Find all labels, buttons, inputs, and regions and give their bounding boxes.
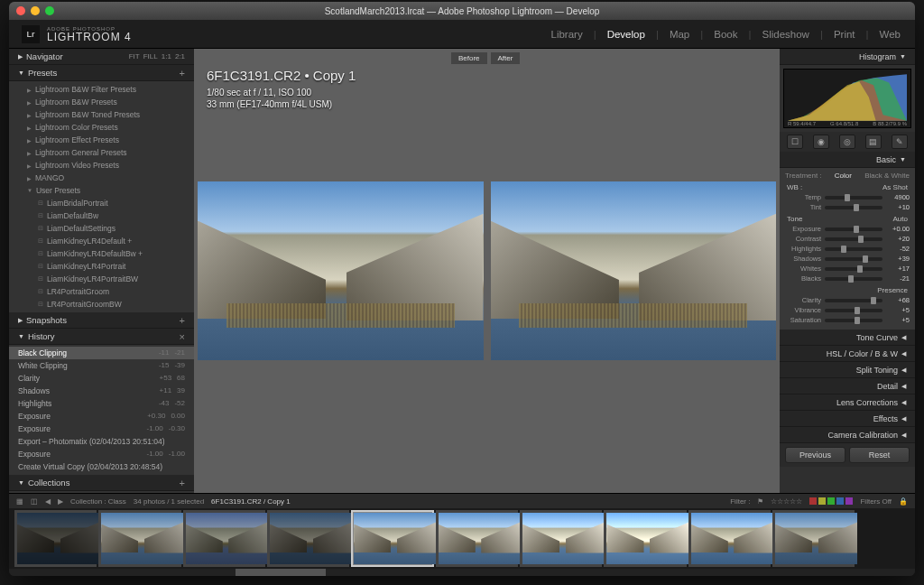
treatment-bw[interactable]: Black & White [864, 172, 910, 180]
module-develop[interactable]: Develop [605, 29, 647, 40]
gradient-tool-icon[interactable]: ▤ [865, 135, 882, 149]
slider-value[interactable]: +20 [886, 235, 910, 243]
nav-2-1[interactable]: 2:1 [175, 52, 185, 60]
spot-tool-icon[interactable]: ◉ [813, 135, 829, 149]
slider-value[interactable]: 4900 [886, 193, 910, 201]
filmstrip-thumbnail[interactable] [351, 510, 433, 567]
preset-folder[interactable]: ▶Lightroom Video Presets [9, 159, 194, 172]
filmstrip-scrollbar[interactable] [9, 569, 915, 576]
compare-view-icon[interactable]: ◫ [31, 497, 38, 506]
slider-value[interactable]: +17 [886, 265, 910, 273]
navigator-header[interactable]: ▶Navigator FIT FILL 1:1 2:1 [9, 49, 194, 65]
slider-whites[interactable] [825, 267, 882, 271]
color-label-filters[interactable] [809, 497, 853, 505]
slider-clarity[interactable] [825, 299, 882, 302]
redeye-tool-icon[interactable]: ◎ [839, 135, 855, 149]
module-slideshow[interactable]: Slideshow [760, 29, 810, 40]
preset-folder-user[interactable]: ▼User Presets [9, 184, 194, 197]
preset-item[interactable]: LiamKidneyLR4Portrait [9, 260, 194, 273]
slider-saturation[interactable] [825, 319, 882, 322]
wb-value[interactable]: As Shot [882, 183, 908, 191]
filters-off[interactable]: Filters Off [860, 497, 892, 506]
previous-button[interactable]: Previous [785, 447, 845, 463]
module-library[interactable]: Library [550, 29, 585, 40]
slider-exposure[interactable] [825, 228, 882, 231]
preset-folder[interactable]: ▶Lightroom General Presets [9, 146, 194, 159]
panel-camera-calibration[interactable]: Camera Calibration◀ [780, 427, 915, 443]
history-header[interactable]: ▼History × [9, 329, 194, 345]
next-photo-icon[interactable]: ▶ [58, 497, 63, 506]
filter-stars[interactable]: ☆☆☆☆☆ [771, 497, 802, 506]
filmstrip-thumbnail[interactable] [267, 510, 349, 567]
filmstrip-thumbnail[interactable] [436, 510, 518, 567]
grid-view-icon[interactable]: ▦ [16, 497, 23, 506]
filmstrip-thumbnail[interactable] [183, 510, 265, 567]
add-preset-icon[interactable]: + [180, 68, 185, 79]
preset-folder[interactable]: ▶Lightroom Effect Presets [9, 134, 194, 146]
treatment-color[interactable]: Color [835, 172, 852, 180]
preset-item[interactable]: LiamDefaultBw [9, 209, 194, 222]
history-item[interactable]: Exposure-1.00-1.00 [9, 448, 194, 460]
preset-folder[interactable]: ▶MANGO [9, 172, 194, 184]
panel-lens-corrections[interactable]: Lens Corrections◀ [780, 395, 915, 411]
preset-item[interactable]: LiamBridalPortrait [9, 197, 194, 209]
module-map[interactable]: Map [668, 29, 691, 40]
minimize-icon[interactable] [31, 6, 40, 15]
history-item[interactable]: Create Virtual Copy (02/04/2013 20:48:54… [9, 460, 194, 473]
histogram[interactable]: R 59.4/44.7 G 64.8/51.8 B 88.2/79.9 % [783, 69, 911, 128]
preset-item[interactable]: LiamKidneyLR4PortraitBW [9, 273, 194, 285]
slider-value[interactable]: +0.00 [886, 225, 910, 233]
panel-tone-curve[interactable]: Tone Curve◀ [780, 330, 915, 346]
slider-contrast[interactable] [825, 237, 882, 241]
preset-item[interactable]: LR4PortraitGroom [9, 285, 194, 298]
history-item[interactable]: Export – Photomatix (02/04/2013 20:51:04… [9, 435, 194, 448]
module-print[interactable]: Print [832, 29, 857, 40]
history-item[interactable]: Shadows+1139 [9, 385, 194, 397]
panel-split-toning[interactable]: Split Toning◀ [780, 362, 915, 378]
slider-value[interactable]: +10 [886, 203, 910, 211]
preset-item[interactable]: LiamKidneyLR4Default + [9, 235, 194, 247]
snapshots-header[interactable]: ▶Snapshots + [9, 312, 194, 329]
nav-fit[interactable]: FIT [129, 52, 140, 60]
preset-folder[interactable]: ▶Lightroom Color Presets [9, 121, 194, 134]
filmstrip-thumbnail[interactable] [98, 510, 180, 567]
slider-blacks[interactable] [825, 277, 882, 281]
slider-vibrance[interactable] [825, 309, 882, 312]
history-item[interactable]: White Clipping-15-39 [9, 359, 194, 372]
filmstrip-collection[interactable]: Collection : Class [70, 497, 126, 506]
preset-item[interactable]: LR4PortraitGroomBW [9, 298, 194, 311]
filmstrip-current[interactable]: 6F1C3191.CR2 / Copy 1 [211, 497, 291, 506]
histogram-header[interactable]: Histogram▼ [780, 49, 915, 65]
presets-header[interactable]: ▼Presets + [9, 65, 194, 81]
zoom-icon[interactable] [45, 6, 54, 15]
nav-1-1[interactable]: 1:1 [162, 52, 171, 60]
slider-value[interactable]: +5 [886, 316, 910, 324]
prev-photo-icon[interactable]: ◀ [45, 497, 51, 506]
filter-flag-icon[interactable]: ⚑ [757, 497, 763, 506]
preset-folder[interactable]: ▶Lightroom B&W Filter Presets [9, 83, 194, 96]
brush-tool-icon[interactable]: ✎ [892, 135, 908, 149]
slider-shadows[interactable] [825, 257, 882, 261]
history-item[interactable]: Exposure+0.300.00 [9, 410, 194, 422]
reset-button[interactable]: Reset [849, 447, 910, 463]
filter-lock-icon[interactable]: 🔒 [899, 497, 908, 506]
collections-header[interactable]: ▼Collections + [9, 475, 194, 491]
slider-value[interactable]: +68 [886, 296, 910, 304]
slider-value[interactable]: +39 [886, 255, 910, 263]
slider-tint[interactable] [825, 206, 882, 209]
slider-value[interactable]: -21 [886, 274, 910, 283]
nav-fill[interactable]: FILL [143, 52, 158, 60]
filmstrip-thumbnail[interactable] [14, 510, 97, 567]
clear-history-icon[interactable]: × [180, 331, 185, 342]
module-book[interactable]: Book [712, 29, 739, 40]
filmstrip-thumbnail[interactable] [604, 510, 686, 567]
close-icon[interactable] [16, 6, 25, 15]
after-pane[interactable] [487, 49, 781, 493]
preset-folder[interactable]: ▶Lightroom B&W Presets [9, 96, 194, 108]
auto-tone-button[interactable]: Auto [893, 215, 908, 223]
slider-temp[interactable] [825, 196, 882, 200]
add-collection-icon[interactable]: + [180, 478, 185, 488]
crop-tool-icon[interactable]: ☐ [787, 135, 803, 149]
preset-item[interactable]: LiamDefaultSettings [9, 222, 194, 235]
history-item[interactable]: Exposure-1.00-0.30 [9, 422, 194, 435]
